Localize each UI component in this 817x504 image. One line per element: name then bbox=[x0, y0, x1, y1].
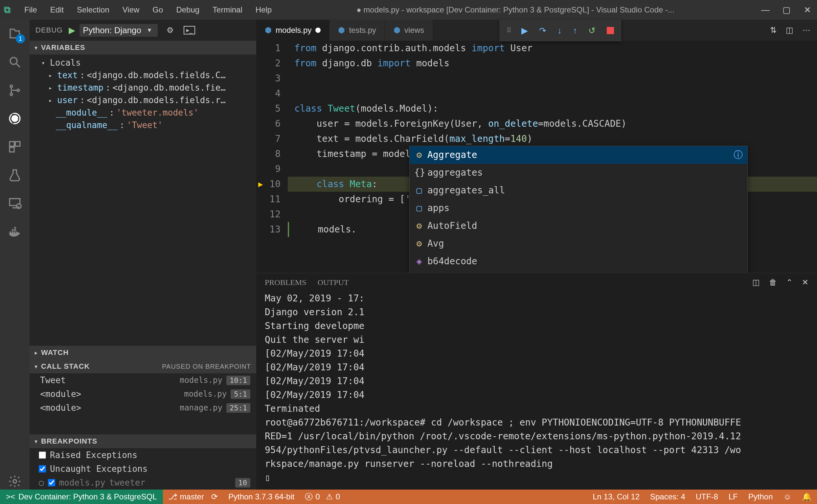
callstack-row[interactable]: Tweet models.py 10:1 bbox=[30, 373, 256, 387]
docker-icon[interactable] bbox=[7, 223, 23, 240]
menu-terminal[interactable]: Terminal bbox=[207, 3, 248, 16]
code-editor[interactable]: 1 2 3 4 5 6 7 8 9 ▶10 11 12 13 from djan… bbox=[256, 41, 817, 273]
explorer-icon[interactable] bbox=[7, 26, 23, 42]
svg-point-0 bbox=[10, 57, 17, 64]
compare-changes-icon[interactable]: ⇅ bbox=[770, 26, 777, 35]
python-interpreter[interactable]: Python 3.7.3 64-bit bbox=[223, 492, 299, 501]
watch-header[interactable]: ▸ WATCH bbox=[30, 346, 256, 360]
suggest-item[interactable]: ◈b64encode bbox=[410, 270, 747, 273]
notifications-icon[interactable]: 🔔 bbox=[797, 492, 817, 501]
suggest-item[interactable]: ⚙Avg bbox=[410, 235, 747, 252]
var-qualname[interactable]: __qualname__: 'Tweet' bbox=[39, 119, 256, 131]
var-user[interactable]: ▸user: <django.db.models.fields.r… bbox=[39, 94, 256, 106]
debug-toolbar[interactable]: ⠿ ▶ ↷ ↓ ↑ ↺ bbox=[499, 20, 621, 41]
error-icon: ⓧ bbox=[305, 492, 313, 502]
restart-icon[interactable]: ↺ bbox=[588, 26, 596, 36]
feedback-icon[interactable]: ☺ bbox=[778, 492, 797, 501]
start-debug-icon[interactable]: ▶ bbox=[69, 25, 75, 35]
problems-status[interactable]: ⓧ0 ⚠0 bbox=[299, 492, 345, 502]
git-branch[interactable]: ⎇ master ⟳ bbox=[163, 492, 223, 501]
panel-maximize-icon[interactable]: ⌃ bbox=[786, 278, 793, 287]
title-bar: ⧉ File Edit Selection View Go Debug Term… bbox=[0, 0, 817, 20]
scope-locals[interactable]: ▾Locals bbox=[39, 56, 256, 69]
continue-icon[interactable]: ▶ bbox=[521, 26, 528, 36]
split-editor-icon[interactable]: ◫ bbox=[786, 26, 793, 35]
menu-help[interactable]: Help bbox=[250, 3, 277, 16]
test-icon[interactable] bbox=[7, 167, 23, 183]
chevron-right-icon: ▸ bbox=[35, 350, 37, 356]
suggest-item[interactable]: ⚙AutoField bbox=[410, 217, 747, 235]
panel-split-icon[interactable]: ◫ bbox=[752, 278, 760, 287]
chevron-down-icon: ▼ bbox=[146, 27, 152, 34]
menu-selection[interactable]: Selection bbox=[71, 3, 115, 16]
extensions-icon[interactable] bbox=[7, 139, 23, 155]
bp-file[interactable]: ○ models.py tweeter 10 bbox=[30, 476, 256, 490]
code-body[interactable]: from django.contrib.auth.models import U… bbox=[288, 41, 817, 273]
menu-view[interactable]: View bbox=[117, 3, 145, 16]
variables-header[interactable]: ▾ VARIABLES bbox=[30, 41, 256, 55]
remote-explorer-icon[interactable] bbox=[7, 195, 23, 211]
source-control-icon[interactable] bbox=[7, 82, 23, 99]
step-into-icon[interactable]: ↓ bbox=[558, 26, 562, 36]
remote-indicator[interactable]: >< Dev Container: Python 3 & PostgreSQL bbox=[0, 490, 163, 504]
status-bar: >< Dev Container: Python 3 & PostgreSQL … bbox=[0, 490, 817, 504]
suggest-item[interactable]: ◈b64decode bbox=[410, 252, 747, 270]
callstack-row[interactable]: <module> manage.py 25:1 bbox=[30, 401, 256, 415]
eol[interactable]: LF bbox=[723, 492, 743, 501]
var-module[interactable]: __module__: 'tweeter.models' bbox=[39, 106, 256, 119]
encoding[interactable]: UTF-8 bbox=[691, 492, 723, 501]
terminal[interactable]: May 02, 2019 - 17: Django version 2.1 St… bbox=[256, 292, 817, 490]
step-over-icon[interactable]: ↷ bbox=[539, 26, 546, 36]
info-icon[interactable]: ⓘ bbox=[734, 147, 743, 163]
tab-models[interactable]: ⬢ models.py bbox=[256, 20, 329, 41]
suggest-item[interactable]: ⚙Aggregateⓘ bbox=[410, 146, 747, 164]
stop-icon[interactable] bbox=[607, 27, 614, 34]
debug-icon[interactable] bbox=[7, 110, 23, 127]
bp-raised-checkbox[interactable] bbox=[39, 451, 46, 459]
var-timestamp[interactable]: ▸timestamp: <django.db.models.fie… bbox=[39, 81, 256, 94]
sync-icon[interactable]: ⟳ bbox=[211, 492, 218, 501]
chevron-down-icon: ▾ bbox=[35, 363, 37, 370]
tab-views[interactable]: ⬢ views bbox=[385, 20, 433, 41]
callstack-row[interactable]: <module> models.py 5:1 bbox=[30, 387, 256, 401]
cursor-position[interactable]: Ln 13, Col 12 bbox=[587, 492, 645, 501]
step-out-icon[interactable]: ↑ bbox=[573, 26, 577, 36]
debug-console-icon[interactable]: ▸_ bbox=[184, 26, 195, 34]
tab-label: views bbox=[404, 26, 424, 35]
search-icon[interactable] bbox=[7, 54, 23, 70]
menu-edit[interactable]: Edit bbox=[44, 3, 70, 16]
suggest-item[interactable]: ▢aggregates_all bbox=[410, 182, 747, 199]
chevron-down-icon: ▾ bbox=[35, 438, 37, 445]
panel-tab-problems[interactable]: PROBLEMS bbox=[265, 278, 306, 287]
more-actions-icon[interactable]: ⋯ bbox=[803, 26, 810, 35]
maximize-icon[interactable]: ▢ bbox=[781, 4, 792, 15]
settings-gear-icon[interactable] bbox=[7, 473, 23, 490]
minimize-icon[interactable]: — bbox=[760, 4, 771, 15]
menu-file[interactable]: File bbox=[18, 3, 43, 16]
grip-icon[interactable]: ⠿ bbox=[507, 27, 510, 34]
panel-trash-icon[interactable]: 🗑 bbox=[769, 278, 777, 287]
suggest-item[interactable]: {}aggregates bbox=[410, 164, 747, 182]
debug-settings-icon[interactable]: ⚙ bbox=[166, 26, 174, 35]
debug-sidebar: DEBUG ▶ Python: Django ▼ ⚙ ▸_ ▾ VARIABLE… bbox=[30, 20, 256, 490]
var-text[interactable]: ▸text: <django.db.models.fields.C… bbox=[39, 69, 256, 81]
indentation[interactable]: Spaces: 4 bbox=[645, 492, 691, 501]
bp-uncaught-checkbox[interactable] bbox=[39, 465, 46, 472]
bp-raised[interactable]: Raised Exceptions bbox=[30, 448, 256, 462]
language-mode[interactable]: Python bbox=[743, 492, 778, 501]
git-branch-icon: ⎇ bbox=[168, 492, 177, 501]
intellisense-suggest[interactable]: ⚙Aggregateⓘ {}aggregates ▢aggregates_all… bbox=[409, 146, 748, 273]
suggest-item[interactable]: ▢apps bbox=[410, 199, 747, 217]
bp-uncaught[interactable]: Uncaught Exceptions bbox=[30, 462, 256, 476]
callstack-header[interactable]: ▾ CALL STACK PAUSED ON BREAKPOINT bbox=[30, 360, 256, 373]
menu-debug[interactable]: Debug bbox=[170, 3, 205, 16]
bp-file-checkbox[interactable] bbox=[48, 479, 55, 486]
close-icon[interactable]: ✕ bbox=[802, 4, 813, 15]
breakpoints-header[interactable]: ▾ BREAKPOINTS bbox=[30, 434, 256, 448]
panel-close-icon[interactable]: ✕ bbox=[802, 278, 808, 287]
debug-config-select[interactable]: Python: Django ▼ bbox=[79, 24, 158, 37]
panel-tab-output[interactable]: OUTPUT bbox=[318, 278, 349, 287]
menu-go[interactable]: Go bbox=[146, 3, 169, 16]
debug-config-value: Python: Django bbox=[83, 25, 141, 35]
tab-tests[interactable]: ⬢ tests.py bbox=[329, 20, 385, 41]
